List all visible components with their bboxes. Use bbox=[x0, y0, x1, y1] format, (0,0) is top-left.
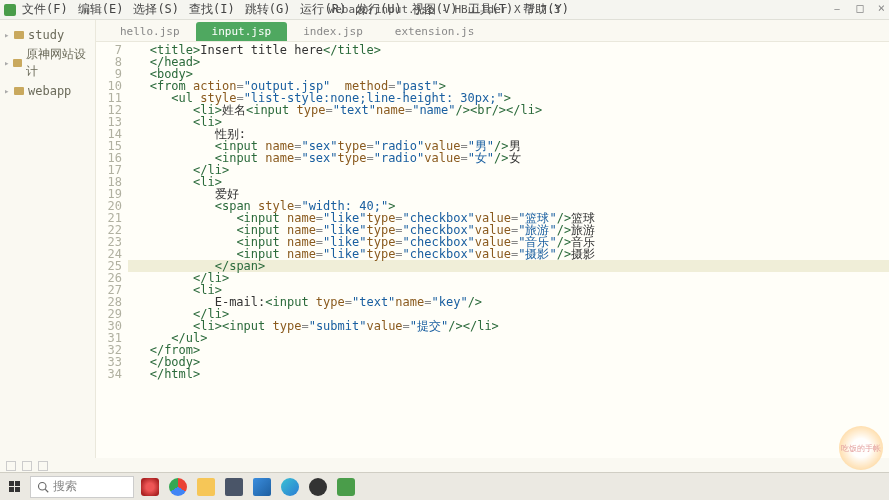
svg-point-0 bbox=[39, 482, 47, 490]
folder-icon bbox=[14, 87, 24, 95]
menu-select[interactable]: 选择(S) bbox=[133, 1, 179, 18]
windows-taskbar: 搜索 bbox=[0, 472, 889, 500]
search-placeholder: 搜索 bbox=[53, 478, 77, 495]
panel-icon[interactable] bbox=[22, 461, 32, 471]
taskbar-mail-icon[interactable] bbox=[250, 476, 274, 498]
folder-icon bbox=[13, 59, 22, 67]
taskbar-obs-icon[interactable] bbox=[306, 476, 330, 498]
taskbar-hbuilder-icon[interactable] bbox=[334, 476, 358, 498]
line-gutter: 7891011121314151617181920212223242526272… bbox=[96, 42, 128, 458]
tab-input[interactable]: input.jsp bbox=[196, 22, 288, 41]
menu-find[interactable]: 查找(I) bbox=[189, 1, 235, 18]
sidebar-item-webapp[interactable]: ▸webapp bbox=[0, 82, 95, 100]
code-content[interactable]: <title>Insert title here</title> </head>… bbox=[128, 42, 889, 458]
tab-index[interactable]: index.jsp bbox=[287, 22, 379, 41]
taskbar-chrome-icon[interactable] bbox=[166, 476, 190, 498]
maximize-icon[interactable]: □ bbox=[857, 1, 864, 18]
panel-icon[interactable] bbox=[6, 461, 16, 471]
taskbar-app-icon[interactable] bbox=[222, 476, 246, 498]
menu-goto[interactable]: 跳转(G) bbox=[245, 1, 291, 18]
watermark: 吃饭的手帐 bbox=[839, 426, 883, 470]
project-sidebar: ▸study ▸原神网站设计 ▸webapp bbox=[0, 20, 96, 458]
code-editor[interactable]: 7891011121314151617181920212223242526272… bbox=[96, 42, 889, 458]
editor-tabs: hello.jsp input.jsp index.jsp extension.… bbox=[96, 20, 889, 42]
app-icon bbox=[4, 4, 16, 16]
taskbar-app-icon[interactable] bbox=[138, 476, 162, 498]
taskbar-search[interactable]: 搜索 bbox=[30, 476, 134, 498]
tab-extension[interactable]: extension.js bbox=[379, 22, 490, 41]
title-bar: 文件(F) 编辑(E) 选择(S) 查找(I) 跳转(G) 运行(R) 发行(U… bbox=[0, 0, 889, 20]
sidebar-item-study[interactable]: ▸study bbox=[0, 26, 95, 44]
folder-icon bbox=[14, 31, 24, 39]
sidebar-item-genshin[interactable]: ▸原神网站设计 bbox=[0, 44, 95, 82]
svg-line-1 bbox=[45, 489, 48, 492]
window-title: webapp/input.jsp - HBuilder X 3.7.3 bbox=[329, 3, 561, 16]
tab-hello[interactable]: hello.jsp bbox=[104, 22, 196, 41]
panel-icon[interactable] bbox=[38, 461, 48, 471]
taskbar-folder-icon[interactable] bbox=[194, 476, 218, 498]
close-icon[interactable]: × bbox=[878, 1, 885, 18]
menu-file[interactable]: 文件(F) bbox=[22, 1, 68, 18]
minimize-icon[interactable]: － bbox=[831, 1, 843, 18]
menu-edit[interactable]: 编辑(E) bbox=[78, 1, 124, 18]
search-icon bbox=[37, 481, 49, 493]
start-button[interactable] bbox=[2, 475, 26, 499]
taskbar-edge-icon[interactable] bbox=[278, 476, 302, 498]
